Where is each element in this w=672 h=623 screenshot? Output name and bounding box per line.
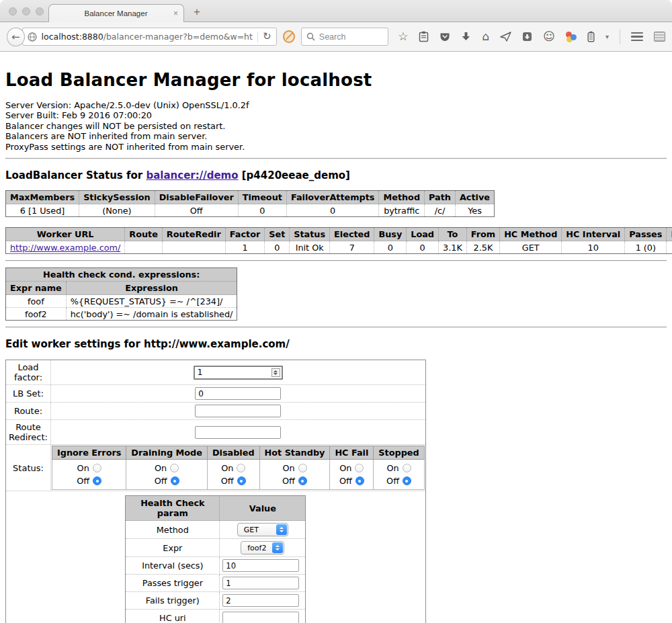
status-radio-row: OnOff OnOff OnOff OnOff OnOff OnOff xyxy=(52,460,425,490)
page-content: Load Balancer Manager for localhost Serv… xyxy=(0,70,672,623)
close-window-button[interactable] xyxy=(9,7,17,15)
bookmark-star-icon[interactable]: ☆ xyxy=(398,31,408,42)
health-check-table: Health Check param Value Method GET Expr… xyxy=(125,495,306,623)
title-bar: Balancer Manager × + xyxy=(0,0,672,22)
divider xyxy=(5,158,667,159)
zoom-window-button[interactable] xyxy=(36,7,44,15)
balancer-status-heading: LoadBalancer Status for balancer://demo … xyxy=(5,169,667,181)
tab-title: Balancer Manager xyxy=(58,9,173,17)
select-arrows-icon xyxy=(276,524,287,535)
disabled-off-radio[interactable] xyxy=(237,476,246,485)
table-row: HC uri xyxy=(126,610,306,623)
table-header-row: Ignore Errors Draining Mode Disabled Hot… xyxy=(52,446,425,460)
draining-mode-on-radio[interactable] xyxy=(170,464,179,472)
downloads-icon[interactable] xyxy=(461,32,471,42)
table-header-row: Worker URL Route RouteRedir Factor Set S… xyxy=(6,228,672,241)
form-row: Route: xyxy=(6,403,426,420)
divider xyxy=(5,260,667,261)
load-factor-input[interactable] xyxy=(194,366,283,380)
expressions-table: Health check cond. expressions: Expr nam… xyxy=(5,267,237,321)
form-row: LB Set: xyxy=(6,385,426,403)
method-select[interactable]: GET xyxy=(237,523,288,536)
url-text[interactable]: localhost:8880/balancer-manager?b=demo&w… xyxy=(42,32,253,42)
route-redirect-input[interactable] xyxy=(195,426,281,439)
worker-url-link[interactable]: http://www.example.com/ xyxy=(10,243,120,253)
chevron-down-icon[interactable]: ▾ xyxy=(605,33,609,40)
form-row: Route Redirect: xyxy=(6,420,426,445)
fails-input[interactable] xyxy=(222,594,299,607)
balancer-params-table: MaxMembers StickySession DisableFailover… xyxy=(5,190,495,217)
route-input[interactable] xyxy=(195,405,281,417)
passes-label: Passes trigger xyxy=(126,575,220,592)
minimize-window-button[interactable] xyxy=(22,7,30,15)
ignore-errors-off-radio[interactable] xyxy=(93,476,101,485)
back-button[interactable]: ← xyxy=(7,28,25,46)
hc-fail-on-radio[interactable] xyxy=(355,464,364,472)
table-header-row: Health Check param Value xyxy=(126,496,306,521)
table-row: Passes trigger xyxy=(126,575,306,592)
expr-select[interactable]: foof2 xyxy=(241,541,284,554)
load-factor-label: Load factor: xyxy=(6,360,51,385)
color-dots-icon[interactable] xyxy=(566,32,577,42)
stopped-off-radio[interactable] xyxy=(403,476,411,485)
toolbar-separator xyxy=(620,30,620,44)
status-label: Status: xyxy=(6,445,51,491)
new-tab-button[interactable]: + xyxy=(194,5,200,19)
table-row: foof %{REQUEST_STATUS} =~ /^[234]/ xyxy=(6,295,237,308)
search-bar[interactable] xyxy=(301,28,388,46)
reading-list-icon[interactable] xyxy=(419,31,429,42)
passes-input[interactable] xyxy=(222,577,299,589)
lb-set-input[interactable] xyxy=(195,387,281,400)
extension-grid-icon[interactable] xyxy=(654,32,665,42)
status-row: Status: Ignore Errors Draining Mode Disa… xyxy=(6,445,426,491)
method-label: Method xyxy=(126,521,220,539)
select-arrows-icon xyxy=(272,542,283,553)
draining-mode-off-radio[interactable] xyxy=(171,476,179,485)
table-title-row: Health check cond. expressions: xyxy=(6,268,237,282)
battery-icon[interactable] xyxy=(587,31,595,42)
browser-tab[interactable]: Balancer Manager × xyxy=(48,4,184,22)
worker-settings-form: Load factor: LB Set: Route: Route Redire… xyxy=(5,360,426,623)
hot-standby-off-radio[interactable] xyxy=(298,476,307,485)
menu-hamburger-icon[interactable] xyxy=(631,32,643,42)
disabled-on-radio[interactable] xyxy=(237,464,245,472)
send-plane-icon[interactable] xyxy=(500,32,511,42)
ignore-errors-on-radio[interactable] xyxy=(93,464,101,472)
page-title: Load Balancer Manager for localhost xyxy=(5,70,667,90)
interval-input[interactable] xyxy=(222,559,299,572)
table-row: Fails trigger) xyxy=(126,592,306,610)
workers-table: Worker URL Route RouteRedir Factor Set S… xyxy=(5,227,672,254)
hc-fail-off-radio[interactable] xyxy=(355,476,364,485)
search-input[interactable] xyxy=(319,32,380,42)
reload-icon[interactable]: ↻ xyxy=(263,32,271,42)
urlbar-divider xyxy=(257,32,258,42)
plugin-blocked-icon[interactable] xyxy=(283,30,295,43)
stopped-on-radio[interactable] xyxy=(403,464,411,472)
server-info: Server Version: Apache/2.5.0-dev (Unix) … xyxy=(5,100,667,152)
worker-row: http://www.example.com/ 1 0 Init Ok 7 0 … xyxy=(6,241,672,254)
balancer-link[interactable]: balancer://demo xyxy=(146,169,238,181)
table-row: foof2 hc('body') =~ /domain is establish… xyxy=(6,308,237,321)
table-header-row: Expr name Expression xyxy=(6,282,237,295)
form-row: Load factor: xyxy=(6,360,426,385)
hot-standby-on-radio[interactable] xyxy=(298,464,307,472)
divider xyxy=(5,327,667,328)
frame-download-icon[interactable] xyxy=(522,32,532,42)
interval-label: Interval (secs) xyxy=(126,557,220,575)
inherit-note-line: Balancers are NOT inherited from main se… xyxy=(5,131,667,141)
number-stepper[interactable] xyxy=(271,368,280,377)
home-icon[interactable]: ⌂ xyxy=(482,31,489,42)
server-version-line: Server Version: Apache/2.5.0-dev (Unix) … xyxy=(5,100,667,110)
expr-label: Expr xyxy=(126,539,220,557)
fails-label: Fails trigger) xyxy=(126,592,220,610)
hc-uri-input[interactable] xyxy=(222,612,299,623)
pocket-icon[interactable] xyxy=(439,32,450,42)
route-label: Route: xyxy=(6,403,51,420)
chat-smiley-icon[interactable]: ☺ xyxy=(543,31,555,42)
tab-close-icon[interactable]: × xyxy=(173,9,178,17)
table-row: Method GET xyxy=(126,521,306,539)
search-icon xyxy=(306,32,315,41)
traffic-lights xyxy=(9,7,44,15)
url-bar[interactable]: localhost:8880/balancer-manager?b=demo&w… xyxy=(22,28,277,46)
navigation-toolbar: ← localhost:8880/balancer-manager?b=demo… xyxy=(0,22,672,52)
